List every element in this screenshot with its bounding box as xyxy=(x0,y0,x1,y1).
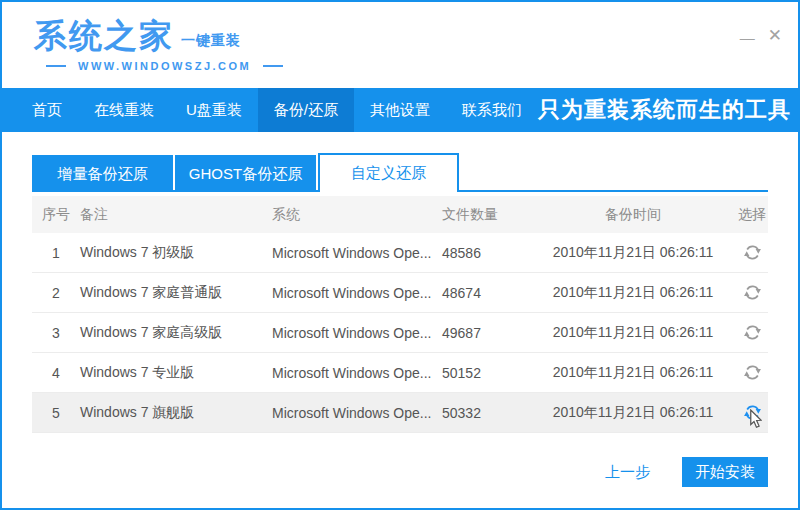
select-restore-button[interactable] xyxy=(732,273,772,312)
column-header-file-count: 文件数量 xyxy=(442,206,534,224)
row-file-count: 49687 xyxy=(442,325,534,341)
table-row[interactable]: 1 Windows 7 初级版 Microsoft Windows Ope...… xyxy=(32,233,768,273)
table-row[interactable]: 3 Windows 7 家庭高级版 Microsoft Windows Ope.… xyxy=(32,313,768,353)
row-backup-time: 2010年11月21日 06:26:11 xyxy=(534,244,732,262)
row-file-count: 48674 xyxy=(442,285,534,301)
row-system: Microsoft Windows Ope... xyxy=(272,365,442,381)
row-system: Microsoft Windows Ope... xyxy=(272,325,442,341)
row-backup-time: 2010年11月21日 06:26:11 xyxy=(534,324,732,342)
tab-incremental-backup-restore[interactable]: 增量备份还原 xyxy=(32,155,173,192)
nav-item-other-settings[interactable]: 其他设置 xyxy=(354,88,446,132)
nav-item-online-reinstall[interactable]: 在线重装 xyxy=(78,88,170,132)
title-bar: 系统之家 一键重装 WWW.WINDOWSZJ.COM — ✕ xyxy=(2,2,798,88)
start-install-button[interactable]: 开始安装 xyxy=(682,457,768,487)
row-note: Windows 7 家庭高级版 xyxy=(80,324,272,342)
row-note: Windows 7 专业版 xyxy=(80,364,272,382)
app-window: 系统之家 一键重装 WWW.WINDOWSZJ.COM — ✕ 首页 在线重装 … xyxy=(0,0,800,510)
table-row[interactable]: 4 Windows 7 专业版 Microsoft Windows Ope...… xyxy=(32,353,768,393)
nav-slogan: 只为重装系统而生的工具 xyxy=(538,95,800,125)
app-logo: 系统之家 xyxy=(34,19,174,52)
main-nav: 首页 在线重装 U盘重装 备份/还原 其他设置 联系我们 只为重装系统而生的工具 xyxy=(2,88,798,132)
row-note: Windows 7 初级版 xyxy=(80,244,272,262)
row-note: Windows 7 家庭普通版 xyxy=(80,284,272,302)
row-system: Microsoft Windows Ope... xyxy=(272,285,442,301)
nav-item-home[interactable]: 首页 xyxy=(16,88,78,132)
row-backup-time: 2010年11月21日 06:26:11 xyxy=(534,364,732,382)
refresh-select-icon xyxy=(743,323,762,342)
close-icon: ✕ xyxy=(768,26,782,45)
footer-actions: 上一步 开始安装 xyxy=(32,457,768,487)
window-controls: — ✕ xyxy=(740,26,782,45)
select-restore-button[interactable] xyxy=(732,393,772,432)
main-content: 增量备份还原 GHOST备份还原 自定义还原 序号 备注 系统 文件数量 备份时… xyxy=(2,132,798,508)
brand-logo: 系统之家 一键重装 WWW.WINDOWSZJ.COM xyxy=(34,19,295,72)
tab-ghost-backup-restore[interactable]: GHOST备份还原 xyxy=(175,155,316,192)
refresh-select-icon xyxy=(743,243,762,262)
previous-step-link[interactable]: 上一步 xyxy=(605,463,650,482)
tab-bar: 增量备份还原 GHOST备份还原 自定义还原 xyxy=(32,153,768,192)
table-row[interactable]: 5 Windows 7 旗舰版 Microsoft Windows Ope...… xyxy=(32,393,768,433)
table-row[interactable]: 2 Windows 7 家庭普通版 Microsoft Windows Ope.… xyxy=(32,273,768,313)
row-backup-time: 2010年11月21日 06:26:11 xyxy=(534,284,732,302)
table-header: 序号 备注 系统 文件数量 备份时间 选择 xyxy=(32,196,768,233)
column-header-select: 选择 xyxy=(732,206,772,224)
column-header-backup-time: 备份时间 xyxy=(534,206,732,224)
brand-website: WWW.WINDOWSZJ.COM xyxy=(78,60,251,72)
row-file-count: 50332 xyxy=(442,405,534,421)
column-header-system: 系统 xyxy=(272,206,442,224)
row-system: Microsoft Windows Ope... xyxy=(272,245,442,261)
column-header-index: 序号 xyxy=(32,206,80,224)
row-file-count: 48586 xyxy=(442,245,534,261)
row-file-count: 50152 xyxy=(442,365,534,381)
row-backup-time: 2010年11月21日 06:26:11 xyxy=(534,404,732,422)
nav-item-backup-restore[interactable]: 备份/还原 xyxy=(258,88,354,132)
refresh-select-icon xyxy=(743,403,762,422)
refresh-select-icon xyxy=(743,363,762,382)
dash-decoration xyxy=(46,65,66,67)
dash-decoration xyxy=(263,65,283,67)
select-restore-button[interactable] xyxy=(732,353,772,392)
row-note: Windows 7 旗舰版 xyxy=(80,404,272,422)
minimize-button[interactable]: — xyxy=(740,26,754,45)
nav-item-usb-reinstall[interactable]: U盘重装 xyxy=(170,88,258,132)
close-button[interactable]: ✕ xyxy=(768,27,782,44)
column-header-note: 备注 xyxy=(80,206,272,224)
refresh-select-icon xyxy=(743,283,762,302)
tab-custom-restore[interactable]: 自定义还原 xyxy=(318,153,459,192)
row-index: 4 xyxy=(32,365,80,381)
minimize-icon: — xyxy=(740,29,754,46)
nav-item-contact-us[interactable]: 联系我们 xyxy=(446,88,538,132)
app-logo-subtitle: 一键重装 xyxy=(181,32,241,50)
row-index: 1 xyxy=(32,245,80,261)
select-restore-button[interactable] xyxy=(732,233,772,272)
row-index: 2 xyxy=(32,285,80,301)
select-restore-button[interactable] xyxy=(732,313,772,352)
row-index: 5 xyxy=(32,405,80,421)
row-index: 3 xyxy=(32,325,80,341)
row-system: Microsoft Windows Ope... xyxy=(272,405,442,421)
